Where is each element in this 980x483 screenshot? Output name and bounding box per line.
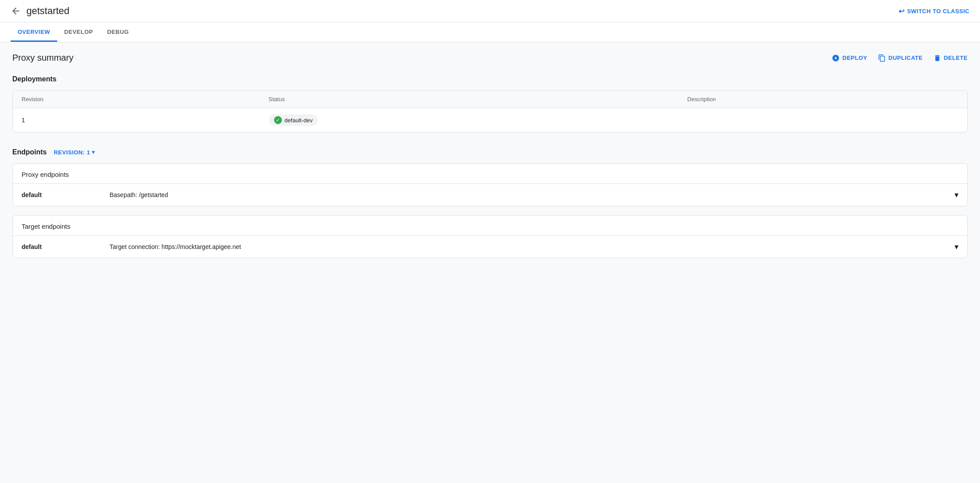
status-label: default-dev (285, 117, 313, 124)
description-value (679, 108, 967, 132)
duplicate-icon (878, 54, 886, 62)
endpoints-header: Endpoints REVISION: 1 ▾ (12, 148, 968, 156)
target-endpoint-row-default[interactable]: default Target connection: https://mockt… (13, 235, 967, 258)
chevron-down-icon: ▾ (92, 149, 95, 155)
back-button[interactable] (11, 6, 21, 16)
top-bar-left: getstarted (11, 5, 69, 17)
delete-icon (933, 54, 941, 62)
table-row: 1 ✓ default-dev (13, 108, 967, 132)
proxy-endpoint-name: default (22, 191, 110, 198)
proxy-endpoint-chevron-icon: ▾ (954, 190, 958, 200)
switch-to-classic-button[interactable]: ↩ SWITCH TO CLASSIC (899, 7, 969, 15)
col-revision: Revision (13, 91, 260, 108)
target-endpoints-title: Target endpoints (13, 216, 967, 235)
status-badge: ✓ default-dev (269, 114, 318, 126)
target-endpoint-name: default (22, 243, 110, 250)
top-bar: getstarted ↩ SWITCH TO CLASSIC (0, 0, 980, 22)
target-endpoints-card: Target endpoints default Target connecti… (12, 215, 968, 258)
action-buttons: DEPLOY DUPLICATE DELETE (832, 54, 968, 62)
deployments-title: Deployments (12, 75, 968, 83)
delete-button[interactable]: DELETE (933, 54, 968, 62)
proxy-endpoints-title: Proxy endpoints (13, 164, 967, 183)
page-title: getstarted (26, 5, 69, 17)
revision-label: REVISION: 1 (54, 149, 90, 156)
proxy-summary-title: Proxy summary (12, 53, 73, 63)
target-endpoint-info: Target connection: https://mocktarget.ap… (110, 243, 951, 250)
delete-label: DELETE (944, 55, 968, 61)
endpoints-section: Endpoints REVISION: 1 ▾ Proxy endpoints … (12, 148, 968, 258)
main-content: Proxy summary DEPLOY DUPLICATE DELETE (0, 42, 980, 285)
deploy-icon (832, 54, 840, 62)
col-status: Status (260, 91, 679, 108)
proxy-endpoint-row-default[interactable]: default Basepath: /getstarted ▾ (13, 183, 967, 206)
deploy-button[interactable]: DEPLOY (832, 54, 867, 62)
deployments-card: Revision Status Description 1 ✓ default-… (12, 90, 968, 132)
switch-icon: ↩ (899, 7, 905, 15)
revision-value: 1 (13, 108, 260, 132)
proxy-summary-header: Proxy summary DEPLOY DUPLICATE DELETE (12, 53, 968, 63)
revision-selector[interactable]: REVISION: 1 ▾ (54, 149, 95, 156)
tabs-bar: OVERVIEW DEVELOP DEBUG (0, 22, 980, 42)
endpoints-title: Endpoints (12, 148, 47, 156)
status-check-icon: ✓ (274, 116, 282, 124)
tab-overview[interactable]: OVERVIEW (11, 22, 57, 42)
target-endpoint-chevron-icon: ▾ (954, 242, 958, 252)
tab-develop[interactable]: DEVELOP (57, 22, 100, 42)
duplicate-label: DUPLICATE (889, 55, 923, 61)
deploy-label: DEPLOY (842, 55, 867, 61)
proxy-endpoint-info: Basepath: /getstarted (110, 191, 951, 198)
tab-debug[interactable]: DEBUG (100, 22, 135, 42)
col-description: Description (679, 91, 967, 108)
deployments-section: Deployments Revision Status Description … (12, 75, 968, 132)
switch-to-classic-label: SWITCH TO CLASSIC (907, 8, 969, 15)
duplicate-button[interactable]: DUPLICATE (878, 54, 923, 62)
deployments-table: Revision Status Description 1 ✓ default-… (13, 91, 967, 132)
proxy-endpoints-card: Proxy endpoints default Basepath: /getst… (12, 163, 968, 206)
table-header-row: Revision Status Description (13, 91, 967, 108)
status-cell: ✓ default-dev (260, 108, 679, 132)
